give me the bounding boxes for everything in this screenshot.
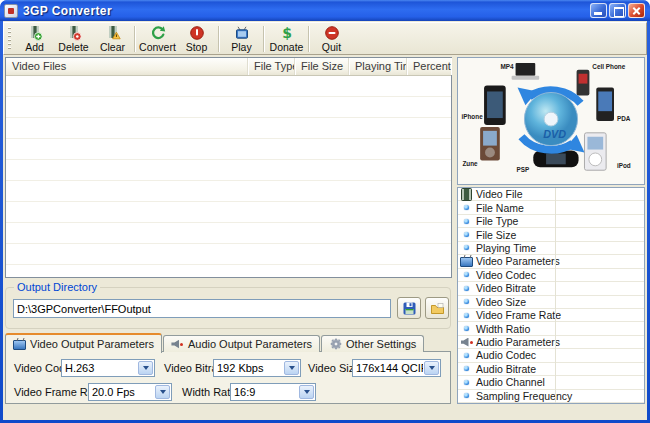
param-value: 20.0 Fps xyxy=(92,386,154,398)
property-row: Video Parameters xyxy=(458,255,644,268)
play-button[interactable]: Play xyxy=(222,24,261,54)
property-row: Video Codec xyxy=(458,269,644,282)
param-field: Video Codec H.263 xyxy=(14,359,155,377)
param-label: Video Bitrate xyxy=(164,362,213,374)
param-dropdown[interactable]: 20.0 Fps xyxy=(88,383,172,401)
param-value: 192 Kbps xyxy=(217,362,283,374)
video-file-list: Video Files File Types File Size Playing… xyxy=(5,57,452,278)
property-row: Audio Channel xyxy=(458,376,644,389)
output-directory-label: Output Directory xyxy=(14,281,100,293)
delete-label: Delete xyxy=(58,41,88,53)
clear-button[interactable]: Clear xyxy=(93,24,132,54)
property-row: Sampling Frequency xyxy=(458,390,644,403)
chevron-down-icon[interactable] xyxy=(424,361,439,375)
quit-icon xyxy=(324,25,340,41)
property-row: Video Frame Rate xyxy=(458,309,644,322)
maximize-button[interactable] xyxy=(609,3,626,18)
output-directory-input[interactable] xyxy=(13,299,391,318)
property-icon xyxy=(460,296,473,308)
property-row: Audio Bitrate xyxy=(458,363,644,376)
save-output-button[interactable] xyxy=(397,297,421,319)
add-button[interactable]: Add xyxy=(15,24,54,54)
dollar-icon: $ xyxy=(279,25,295,41)
param-label: Video Frame Rate xyxy=(14,386,88,398)
donate-button[interactable]: $ Donate xyxy=(267,24,306,54)
stop-button[interactable]: Stop xyxy=(177,24,216,54)
property-row: File Type xyxy=(458,215,644,228)
chevron-down-icon[interactable] xyxy=(299,385,314,399)
browse-folder-button[interactable] xyxy=(425,297,449,319)
property-icon xyxy=(460,269,473,281)
dvd-label: DVD xyxy=(543,128,566,140)
media-info-panel: Video File File Name File Type File Size xyxy=(457,187,645,404)
property-label: File Name xyxy=(476,202,524,214)
output-directory-group: Output Directory xyxy=(5,287,451,329)
property-icon xyxy=(460,336,473,348)
toolbar-separator xyxy=(218,26,220,52)
column-header[interactable]: File Size xyxy=(295,58,349,75)
film-delete-icon xyxy=(66,25,82,41)
convert-button[interactable]: Convert xyxy=(138,24,177,54)
param-dropdown[interactable]: 192 Kbps xyxy=(213,359,301,377)
close-button[interactable] xyxy=(628,3,645,18)
file-list-body[interactable] xyxy=(6,76,451,277)
param-dropdown[interactable]: H.263 xyxy=(61,359,155,377)
param-label: Video Size xyxy=(308,362,352,374)
property-label: Video Bitrate xyxy=(476,282,536,294)
param-dropdown[interactable]: 176x144 QCIF xyxy=(352,359,441,377)
video-output-parameters-panel: Video Codec H.263 Video Bitrate 192 Kbps xyxy=(5,351,451,404)
property-icon xyxy=(460,390,473,402)
column-header[interactable]: File Types xyxy=(248,58,295,75)
toolbar-separator xyxy=(263,26,265,52)
property-label: Video Codec xyxy=(476,269,536,281)
chevron-down-icon[interactable] xyxy=(138,361,153,375)
property-row: Audio Codec xyxy=(458,349,644,362)
minimize-button[interactable] xyxy=(590,3,607,18)
column-header-label: Playing Time xyxy=(355,60,407,72)
param-label: Video Codec xyxy=(14,362,61,374)
app-icon xyxy=(4,4,18,18)
param-field: Video Size 176x144 QCIF xyxy=(308,359,441,377)
device-label-cellphone: Cell Phone xyxy=(592,63,625,70)
status-bar xyxy=(3,406,647,420)
property-icon xyxy=(460,363,473,375)
property-icon xyxy=(460,215,473,227)
device-label-pda: PDA xyxy=(617,115,631,122)
property-label: Width Ratio xyxy=(476,323,530,335)
quit-label: Quit xyxy=(322,41,341,53)
svg-text:$: $ xyxy=(282,25,292,41)
property-icon xyxy=(460,376,473,388)
device-label-ipod: iPod xyxy=(617,162,631,169)
device-label-psp: PSP xyxy=(517,166,531,173)
tab-icon xyxy=(329,338,342,350)
chevron-down-icon[interactable] xyxy=(155,385,170,399)
param-field: Video Frame Rate 20.0 Fps xyxy=(14,383,172,401)
param-value: 176x144 QCIF xyxy=(356,362,423,374)
param-dropdown[interactable]: 16:9 xyxy=(230,383,316,401)
chevron-down-icon[interactable] xyxy=(284,361,299,375)
property-row: Video Size xyxy=(458,296,644,309)
delete-button[interactable]: Delete xyxy=(54,24,93,54)
tab-label: Audio Output Parameters xyxy=(188,338,312,350)
tab[interactable]: Video Output Parameters xyxy=(5,333,162,353)
property-row: Width Ratio xyxy=(458,322,644,335)
tab[interactable]: Audio Output Parameters xyxy=(163,335,320,352)
property-label: Video File xyxy=(476,188,523,200)
column-header[interactable]: Video Files xyxy=(6,58,248,75)
column-header[interactable]: Percent xyxy=(407,58,451,75)
param-field: Width Ratio 16:9 xyxy=(182,383,316,401)
client-area: Add Delete Clear xyxy=(3,21,647,420)
property-row: File Size xyxy=(458,228,644,241)
param-value: H.263 xyxy=(65,362,137,374)
tab[interactable]: Other Settings xyxy=(321,335,424,352)
params-row-2: Video Frame Rate 20.0 Fps Width Ratio 16… xyxy=(14,383,316,401)
quit-button[interactable]: Quit xyxy=(312,24,351,54)
save-disk-icon xyxy=(402,301,417,316)
donate-label: Donate xyxy=(270,41,304,53)
device-label-zune: Zune xyxy=(462,160,478,167)
tab-label: Video Output Parameters xyxy=(30,338,154,350)
toolbar-gripper[interactable] xyxy=(8,27,11,51)
property-label: Audio Channel xyxy=(476,376,545,388)
column-header[interactable]: Playing Time xyxy=(349,58,407,75)
property-icon xyxy=(460,323,473,335)
